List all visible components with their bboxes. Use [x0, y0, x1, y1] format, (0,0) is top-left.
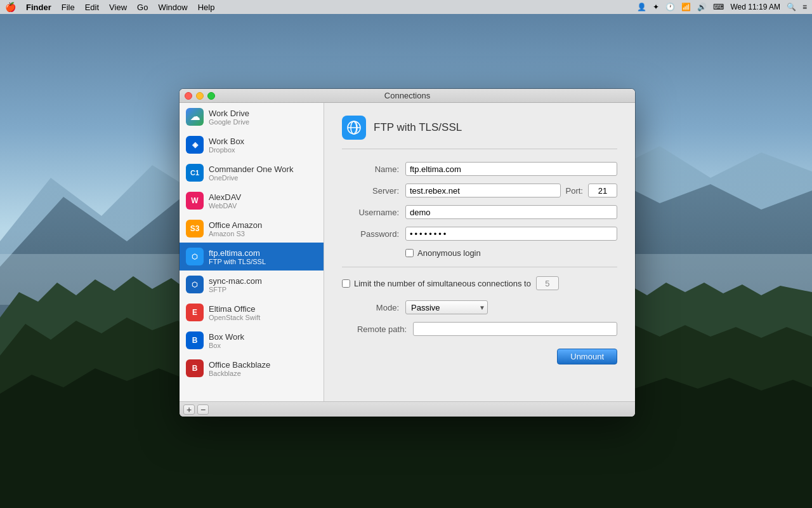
- port-input[interactable]: [588, 184, 617, 197]
- sidebar-item-office-amazon[interactable]: S3 Office Amazon Amazon S3: [180, 215, 324, 243]
- alexdav-sub: WebDAV: [209, 202, 241, 210]
- work-box-sub: Dropbox: [209, 146, 244, 154]
- server-label: Server:: [342, 186, 405, 196]
- backblaze-icon: B: [186, 359, 204, 377]
- sidebar-item-sync-mac[interactable]: ⬡ sync-mac.com SFTP: [180, 271, 324, 298]
- box-work-icon: B: [186, 331, 204, 349]
- username-row: Username:: [342, 205, 617, 219]
- backblaze-name: Office Backblaze: [209, 360, 270, 370]
- menu-help[interactable]: Help: [198, 3, 215, 12]
- mode-select-wrapper: Passive Active ▼: [405, 300, 488, 314]
- sftp-icon: ⬡: [186, 276, 204, 293]
- limit-row: Limit the number of simultaneous connect…: [342, 276, 617, 290]
- sync-mac-sub: SFTP: [209, 286, 262, 293]
- work-drive-name: Work Drive: [209, 109, 249, 118]
- divider: [342, 267, 617, 267]
- volume-icon: 🔊: [697, 3, 707, 11]
- sidebar-item-commander[interactable]: C1 Commander One Work OneDrive: [180, 159, 324, 187]
- box-work-name: Box Work: [209, 332, 244, 342]
- close-button[interactable]: [185, 92, 192, 100]
- apple-menu[interactable]: 🍎: [5, 2, 16, 12]
- anonymous-row: Anonymous login: [405, 248, 617, 258]
- title-bar: Connections: [180, 89, 635, 103]
- remote-path-label: Remote path:: [342, 324, 413, 334]
- work-drive-icon: ☁: [186, 108, 204, 126]
- sidebar-toolbar: + −: [180, 401, 635, 417]
- menu-file[interactable]: File: [62, 3, 75, 12]
- menu-view[interactable]: View: [109, 3, 127, 12]
- commander-name: Commander One Work: [209, 164, 293, 174]
- keyboard-icon: ⌨: [713, 3, 724, 11]
- connection-form: Name: Server: Port: Usern: [342, 162, 617, 364]
- window-title: Connections: [384, 91, 430, 100]
- alexdav-name: AlexDAV: [209, 192, 241, 202]
- commander-icon: C1: [186, 164, 204, 182]
- connections-window: Connections ☁ Work Drive Google Drive: [180, 89, 635, 417]
- ftp-sub: FTP with TLS/SSL: [209, 258, 266, 265]
- panel-title: FTP with TLS/SSL: [374, 121, 462, 134]
- work-drive-sub: Google Drive: [209, 118, 249, 126]
- sidebar: ☁ Work Drive Google Drive ◈ Work Box Dro…: [180, 103, 324, 401]
- work-box-icon: ◈: [186, 136, 204, 154]
- swift-icon: E: [186, 304, 204, 321]
- sidebar-item-eltima-office[interactable]: E Eltima Office OpenStack Swift: [180, 298, 324, 326]
- limit-label: Limit the number of simultaneous connect…: [354, 279, 531, 288]
- username-label: Username:: [342, 208, 405, 217]
- password-row: Password:: [342, 227, 617, 241]
- unmount-button[interactable]: Unmount: [557, 349, 617, 364]
- work-box-name: Work Box: [209, 137, 244, 146]
- eltima-office-sub: OpenStack Swift: [209, 314, 260, 321]
- name-row: Name:: [342, 162, 617, 176]
- wifi-icon: 📶: [681, 3, 691, 11]
- person-icon[interactable]: 👤: [637, 3, 646, 11]
- traffic-lights: [185, 92, 215, 100]
- sidebar-item-work-drive[interactable]: ☁ Work Drive Google Drive: [180, 103, 324, 131]
- commander-sub: OneDrive: [209, 174, 293, 182]
- mode-select[interactable]: Passive Active: [405, 300, 488, 314]
- port-label: Port:: [566, 186, 583, 196]
- clock-icon: 🕐: [665, 3, 675, 11]
- anonymous-checkbox[interactable]: [405, 249, 414, 257]
- backblaze-sub: Backblaze: [209, 370, 270, 377]
- sidebar-item-alexdav[interactable]: W AlexDAV WebDAV: [180, 187, 324, 215]
- menu-window[interactable]: Window: [158, 3, 187, 12]
- fullscreen-button[interactable]: [207, 92, 215, 100]
- mode-label: Mode:: [342, 303, 405, 312]
- sidebar-item-box-work[interactable]: B Box Work Box: [180, 326, 324, 354]
- panel-header: FTP with TLS/SSL: [342, 116, 617, 149]
- name-input[interactable]: [405, 162, 617, 176]
- search-icon[interactable]: 🔍: [787, 3, 796, 11]
- server-input[interactable]: [405, 184, 561, 197]
- remote-path-input[interactable]: [413, 322, 617, 336]
- menu-go[interactable]: Go: [137, 3, 148, 12]
- menu-edit[interactable]: Edit: [85, 3, 99, 12]
- remote-path-row: Remote path:: [342, 322, 617, 336]
- amazon-sub: Amazon S3: [209, 230, 262, 237]
- panel-ftp-icon: [342, 116, 366, 140]
- amazon-name: Office Amazon: [209, 220, 262, 230]
- menu-finder[interactable]: Finder: [26, 3, 51, 12]
- minimize-button[interactable]: [196, 92, 204, 100]
- ftp-name: ftp.eltima.com: [209, 248, 266, 258]
- menubar: 🍎 Finder File Edit View Go Window Help 👤…: [0, 0, 812, 14]
- limit-input[interactable]: [536, 276, 559, 290]
- main-panel: FTP with TLS/SSL Name: Server: Port:: [324, 103, 635, 401]
- eltima-office-name: Eltima Office: [209, 304, 260, 314]
- amazon-icon: S3: [186, 220, 204, 237]
- ftp-icon: ⬡: [186, 248, 204, 265]
- remove-connection-button[interactable]: −: [197, 404, 209, 415]
- limit-checkbox[interactable]: [342, 279, 350, 288]
- password-label: Password:: [342, 229, 405, 239]
- server-row: Server: Port:: [342, 184, 617, 197]
- password-input[interactable]: [405, 227, 617, 241]
- add-connection-button[interactable]: +: [183, 404, 195, 415]
- sidebar-item-work-box[interactable]: ◈ Work Box Dropbox: [180, 131, 324, 159]
- bluetooth-icon: ✦: [653, 3, 659, 11]
- username-input[interactable]: [405, 205, 617, 219]
- list-icon[interactable]: ≡: [802, 3, 807, 11]
- sidebar-item-ftp-eltima[interactable]: ⬡ ftp.eltima.com FTP with TLS/SSL: [180, 243, 324, 271]
- sync-mac-name: sync-mac.com: [209, 276, 262, 286]
- sidebar-item-office-backblaze[interactable]: B Office Backblaze Backblaze: [180, 354, 324, 382]
- mode-row: Mode: Passive Active ▼: [342, 300, 617, 314]
- anonymous-label: Anonymous login: [417, 248, 481, 258]
